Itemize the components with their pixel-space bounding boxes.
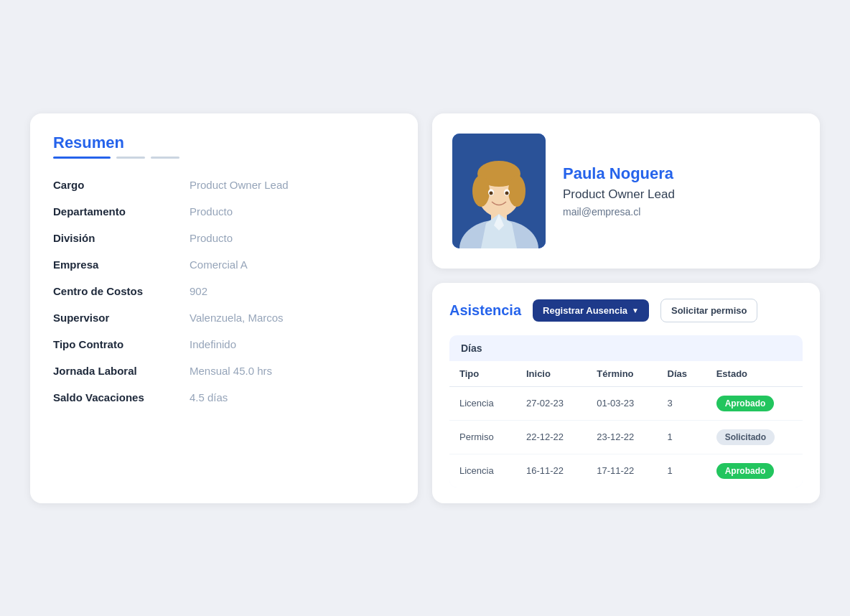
col-inicio: Inicio <box>516 361 587 387</box>
resumen-row: Saldo Vacaciones 4.5 días <box>53 391 395 403</box>
resumen-label: Tipo Contrato <box>53 338 175 350</box>
resumen-value: Product Owner Lead <box>190 179 289 191</box>
col-tipo: Tipo <box>449 361 516 387</box>
svg-point-10 <box>505 191 509 195</box>
profile-email: mail@empresa.cl <box>563 206 800 218</box>
solicitar-permiso-button[interactable]: Solicitar permiso <box>660 299 757 322</box>
main-container: Resumen Cargo Product Owner Lead Departa… <box>30 113 820 503</box>
resumen-label: Empresa <box>53 258 175 271</box>
cell-dias: 1 <box>658 420 706 454</box>
profile-card: Paula Noguera Product Owner Lead mail@em… <box>432 113 820 269</box>
table-header-row: Tipo Inicio Término Días Estado <box>449 361 803 387</box>
cell-dias: 3 <box>658 386 706 420</box>
resumen-label: Jornada Laboral <box>53 365 175 377</box>
cell-termino: 23-12-22 <box>587 420 657 454</box>
table-body: Licencia 27-02-23 01-03-23 3 Aprobado Pe… <box>449 386 803 487</box>
resumen-label: Centro de Costos <box>53 285 175 297</box>
cell-dias: 1 <box>658 454 706 487</box>
resumen-value: Indefinido <box>190 338 236 350</box>
table-row: Licencia 27-02-23 01-03-23 3 Aprobado <box>449 386 803 420</box>
svg-point-6 <box>508 175 526 207</box>
table-header: Tipo Inicio Término Días Estado <box>449 361 803 387</box>
cell-tipo: Licencia <box>449 386 516 420</box>
resumen-label: División <box>53 232 175 244</box>
status-badge: Solicitado <box>716 429 775 445</box>
resumen-row: División Producto <box>53 232 395 244</box>
asistencia-card: Asistencia Registrar Ausencia ▼ Solicita… <box>432 283 820 503</box>
resumen-value: Mensual 45.0 hrs <box>190 365 272 377</box>
resumen-row: Centro de Costos 902 <box>53 285 395 297</box>
cell-estado: Aprobado <box>706 386 803 420</box>
svg-point-9 <box>490 191 493 195</box>
resumen-row: Departamento Producto <box>53 205 395 218</box>
resumen-row: Empresa Comercial A <box>53 258 395 271</box>
resumen-label: Supervisor <box>53 312 175 324</box>
cell-estado: Solicitado <box>706 420 803 454</box>
resumen-value: Producto <box>190 205 233 218</box>
cell-inicio: 27-02-23 <box>516 386 587 420</box>
table-row: Permiso 22-12-22 23-12-22 1 Solicitado <box>449 420 803 454</box>
asistencia-title: Asistencia <box>449 302 521 319</box>
col-termino: Término <box>587 361 657 387</box>
asistencia-header: Asistencia Registrar Ausencia ▼ Solicita… <box>449 299 803 322</box>
resumen-label: Cargo <box>53 179 175 191</box>
resumen-label: Saldo Vacaciones <box>53 391 175 403</box>
resumen-row: Jornada Laboral Mensual 45.0 hrs <box>53 365 395 377</box>
cell-inicio: 22-12-22 <box>516 420 587 454</box>
registrar-ausencia-button[interactable]: Registrar Ausencia ▼ <box>533 299 649 322</box>
asistencia-table-wrapper: Días Tipo Inicio Término Días Estado Lic… <box>449 335 803 487</box>
registrar-ausencia-label: Registrar Ausencia <box>543 305 627 316</box>
resumen-value: Valenzuela, Marcos <box>190 312 284 324</box>
resumen-value: Producto <box>190 232 233 244</box>
col-dias: Días <box>658 361 706 387</box>
table-row: Licencia 16-11-22 17-11-22 1 Aprobado <box>449 454 803 487</box>
table-section-header: Días <box>449 335 803 361</box>
profile-name: Paula Noguera <box>563 164 800 183</box>
profile-role: Product Owner Lead <box>563 187 800 202</box>
resumen-row: Tipo Contrato Indefinido <box>53 338 395 350</box>
resumen-row: Supervisor Valenzuela, Marcos <box>53 312 395 324</box>
status-badge: Aprobado <box>716 396 775 411</box>
cell-tipo: Licencia <box>449 454 516 487</box>
resumen-value: 4.5 días <box>190 391 228 403</box>
profile-photo <box>452 134 546 248</box>
resumen-label: Departamento <box>53 205 175 218</box>
resumen-value: Comercial A <box>190 258 248 271</box>
cell-inicio: 16-11-22 <box>516 454 587 487</box>
resumen-title: Resumen <box>53 134 395 152</box>
col-estado: Estado <box>706 361 803 387</box>
profile-info: Paula Noguera Product Owner Lead mail@em… <box>563 164 800 218</box>
resumen-row: Cargo Product Owner Lead <box>53 179 395 191</box>
resumen-value: 902 <box>190 285 207 297</box>
cell-termino: 17-11-22 <box>587 454 657 487</box>
cell-tipo: Permiso <box>449 420 516 454</box>
resumen-fields: Cargo Product Owner Lead Departamento Pr… <box>53 179 395 403</box>
status-badge: Aprobado <box>716 463 775 479</box>
svg-point-5 <box>472 175 490 207</box>
cell-estado: Aprobado <box>706 454 803 487</box>
chevron-down-icon: ▼ <box>632 307 639 314</box>
resumen-card: Resumen Cargo Product Owner Lead Departa… <box>30 113 418 503</box>
solicitar-permiso-label: Solicitar permiso <box>671 305 747 316</box>
resumen-divider <box>53 157 395 159</box>
cell-termino: 01-03-23 <box>587 386 657 420</box>
asistencia-table: Tipo Inicio Término Días Estado Licencia… <box>449 361 803 487</box>
